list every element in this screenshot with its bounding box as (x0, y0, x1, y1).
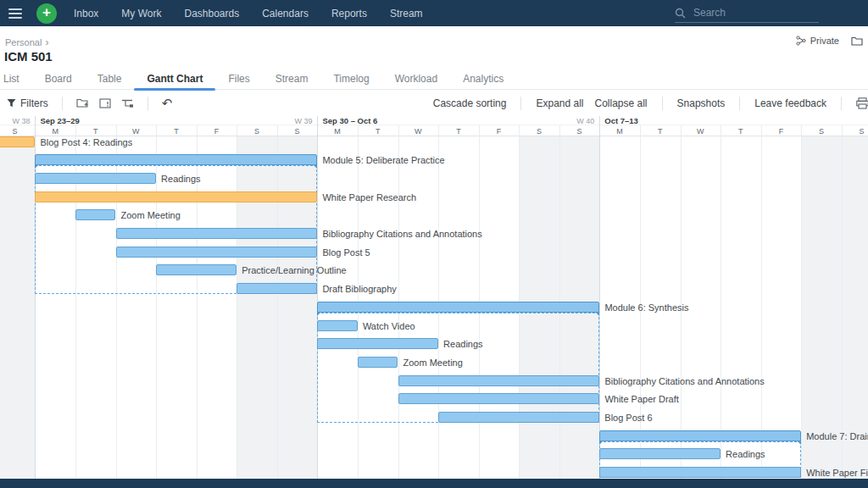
gantt-task-bar-readings[interactable] (35, 173, 156, 184)
task-label: Module 6: Synthesis (604, 302, 688, 313)
expand-all-button[interactable]: Expand all (536, 97, 583, 109)
filters-button[interactable]: Filters (7, 97, 48, 109)
day-gridline (761, 125, 762, 479)
day-letter: S (577, 127, 582, 136)
calendar-alert-icon[interactable] (99, 97, 111, 108)
day-letter: M (52, 127, 58, 136)
week-number-label: W 39 (294, 117, 312, 125)
gantt-chart: › Weeks▾ — W 38Sep 23–29W 39Sep 30 – Oct… (0, 116, 868, 479)
week-range-label: Oct 7–13 (604, 116, 638, 125)
task-label: Watch Video (363, 320, 415, 331)
global-search[interactable] (675, 3, 819, 23)
week-range-label: Sep 23–29 (40, 116, 79, 125)
undo-icon[interactable]: ↶ (162, 97, 173, 109)
gantt-task-bar-blog-post-4-readings[interactable] (0, 136, 35, 147)
tab-files[interactable]: Files (215, 71, 262, 89)
gantt-task-bar-readings[interactable] (317, 338, 438, 349)
gantt-task-bar-module-7-draining[interactable] (599, 430, 801, 441)
breadcrumb-chevron-icon: › (45, 36, 48, 48)
tab-analytics[interactable]: Analytics (450, 71, 516, 89)
tab-board[interactable]: Board (32, 71, 85, 89)
task-label: Zoom Meeting (403, 357, 463, 368)
task-label: Practice/Learning Outline (242, 264, 347, 275)
add-folder-icon[interactable] (76, 97, 89, 108)
weekend-shading (0, 136, 35, 479)
nav-item-inbox[interactable]: Inbox (74, 8, 98, 19)
day-letter: M (334, 127, 341, 136)
task-label: White Paper Final (806, 467, 868, 478)
tab-list[interactable]: List (0, 71, 32, 89)
gantt-task-bar-watch-video[interactable] (317, 320, 358, 331)
tab-stream[interactable]: Stream (263, 71, 321, 89)
tab-gantt-chart[interactable]: Gantt Chart (134, 71, 215, 89)
nav-item-my-work[interactable]: My Work (121, 8, 161, 19)
gantt-task-bar-white-paper-final[interactable] (599, 467, 801, 478)
task-label: Readings (726, 448, 765, 459)
header-divider (0, 125, 868, 125)
gantt-task-bar-draft-bibliography[interactable] (236, 283, 317, 294)
nav-item-dashboards[interactable]: Dashboards (184, 8, 239, 19)
top-navbar: + InboxMy WorkDashboardsCalendarsReports… (0, 0, 868, 26)
day-letter: T (93, 127, 98, 136)
tab-timelog[interactable]: Timelog (320, 71, 381, 89)
gantt-task-bar-white-paper-draft[interactable] (398, 393, 600, 404)
privacy-toggle[interactable]: Private (796, 36, 839, 46)
gantt-task-bar-zoom-meeting[interactable] (75, 209, 116, 220)
week-gridline (317, 116, 318, 479)
gantt-task-bar-practice-learning-outline[interactable] (156, 264, 236, 275)
privacy-label: Private (810, 36, 839, 46)
day-letter: S (295, 127, 300, 136)
page-title: ICM 501 (4, 49, 53, 64)
gantt-toolbar: Filters ↶ Cascade sortingExpand allColla… (0, 90, 868, 116)
print-icon[interactable] (856, 97, 868, 109)
toolbar-separator (662, 97, 663, 110)
breadcrumb[interactable]: Personal› (5, 36, 48, 48)
day-letter: S (254, 127, 259, 136)
task-label: Bibliography Citations and Annotations (604, 375, 764, 386)
day-letter: S (860, 127, 865, 136)
day-letter: T (456, 127, 461, 136)
toolbar-separator (841, 97, 842, 110)
nav-item-calendars[interactable]: Calendars (262, 8, 309, 19)
task-label: White Paper Research (322, 191, 416, 202)
bottom-bar (0, 479, 868, 488)
gantt-task-bar-bibliography-citations-and-annotations[interactable] (116, 228, 318, 239)
toolbar-separator (147, 97, 148, 110)
collapse-all-button[interactable]: Collapse all (595, 97, 648, 109)
day-gridline (801, 125, 802, 479)
nav-item-stream[interactable]: Stream (390, 8, 423, 19)
gantt-task-bar-readings[interactable] (599, 448, 721, 459)
tab-workload[interactable]: Workload (382, 71, 450, 89)
subtask-icon[interactable] (121, 98, 134, 108)
task-label: Module 5: Deliberate Practice (322, 154, 444, 165)
hamburger-menu-icon[interactable] (8, 6, 22, 21)
leave-feedback-button[interactable]: Leave feedback (754, 97, 826, 109)
day-letter: W (697, 127, 704, 136)
task-label: Blog Post 5 (322, 247, 370, 258)
view-tabs: ListBoardTableGantt ChartFilesStreamTime… (0, 71, 868, 90)
gantt-task-bar-module-5-deliberate-practice[interactable] (35, 154, 317, 165)
toolbar-separator (62, 97, 63, 110)
search-icon (675, 8, 686, 19)
day-letter: F (497, 127, 502, 136)
search-input[interactable] (692, 6, 819, 19)
day-gridline (842, 125, 843, 479)
task-label: Bibliography Citations and Annotations (322, 228, 481, 239)
day-letter: F (214, 127, 220, 136)
gantt-task-bar-white-paper-research[interactable] (35, 191, 317, 202)
gantt-task-bar-zoom-meeting[interactable] (358, 357, 398, 368)
share-icon (796, 36, 806, 46)
folder-icon[interactable] (851, 36, 863, 46)
gantt-task-bar-module-6-synthesis[interactable] (317, 302, 599, 313)
gantt-task-bar-blog-post-5[interactable] (116, 247, 318, 258)
task-label: Draft Bibliography (322, 283, 396, 294)
snapshots-button[interactable]: Snapshots (677, 97, 726, 109)
task-label: Blog Post 4: Readings (40, 136, 132, 147)
gantt-task-bar-bibliography-citations-and-annotations[interactable] (398, 375, 600, 386)
main-nav: InboxMy WorkDashboardsCalendarsReportsSt… (74, 8, 423, 19)
cascade-sorting-button[interactable]: Cascade sorting (433, 97, 507, 109)
add-new-button[interactable]: + (36, 3, 57, 24)
tab-table[interactable]: Table (85, 71, 135, 89)
gantt-task-bar-blog-post-6[interactable] (438, 412, 599, 423)
nav-item-reports[interactable]: Reports (331, 8, 367, 19)
